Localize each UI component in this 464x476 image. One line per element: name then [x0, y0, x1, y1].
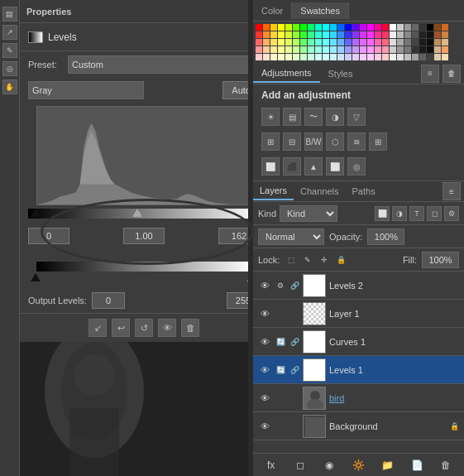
swatch-cell[interactable] [278, 46, 285, 53]
swatch-cell[interactable] [330, 39, 337, 46]
swatch-cell[interactable] [375, 39, 381, 46]
exposure-icon[interactable]: ◑ [326, 108, 344, 126]
swatch-cell[interactable] [308, 39, 314, 46]
invert-icon[interactable]: ⬜ [261, 157, 280, 175]
swatch-cell[interactable] [390, 31, 396, 38]
layer-effects-button[interactable]: fx [263, 457, 280, 474]
swatch-cell[interactable] [404, 24, 411, 31]
swatch-cell[interactable] [345, 54, 352, 60]
filter-smart[interactable]: ⚙ [444, 206, 459, 221]
swatch-cell[interactable] [256, 31, 262, 38]
curves-icon-btn[interactable]: 〜 [304, 108, 323, 126]
swatch-cell[interactable] [375, 54, 381, 60]
swatch-cell[interactable] [360, 54, 366, 60]
levels-icon-btn[interactable]: ▤ [283, 108, 301, 126]
posterize-icon[interactable]: ⬛ [283, 157, 301, 175]
layer-row[interactable]: 👁 Layer 1 [253, 300, 464, 328]
gradient-map-icon[interactable]: ⬜ [326, 157, 344, 175]
swatch-cell[interactable] [367, 54, 374, 60]
opacity-input[interactable]: 100% [367, 228, 404, 245]
swatch-cell[interactable] [270, 31, 277, 38]
swatch-cell[interactable] [315, 24, 322, 31]
swatch-cell[interactable] [390, 54, 396, 60]
swatch-cell[interactable] [300, 39, 307, 46]
swatch-cell[interactable] [434, 31, 441, 38]
output-black-slider[interactable] [31, 273, 41, 281]
swatch-cell[interactable] [427, 24, 433, 31]
swatch-cell[interactable] [442, 24, 448, 31]
tool-hand[interactable]: ✋ [2, 79, 17, 94]
lock-all[interactable]: 🔒 [334, 253, 347, 267]
swatch-cell[interactable] [352, 54, 359, 60]
swatch-cell[interactable] [427, 54, 433, 60]
swatch-cell[interactable] [330, 24, 337, 31]
swatch-cell[interactable] [293, 39, 299, 46]
layer-row[interactable]: 👁 🔄 🔗 Levels 1 [253, 356, 464, 384]
swatch-cell[interactable] [419, 54, 426, 60]
swatch-cell[interactable] [278, 24, 285, 31]
swatch-cell[interactable] [397, 31, 404, 38]
swatch-cell[interactable] [293, 24, 299, 31]
swatch-cell[interactable] [397, 24, 404, 31]
layer-adjustment-button[interactable]: 🔆 [350, 457, 366, 474]
swatch-cell[interactable] [337, 39, 344, 46]
swatch-cell[interactable] [337, 54, 344, 60]
swatch-cell[interactable] [337, 31, 344, 38]
swatch-cell[interactable] [263, 24, 270, 31]
swatch-cell[interactable] [434, 46, 441, 53]
swatch-cell[interactable] [263, 31, 270, 38]
swatch-cell[interactable] [442, 31, 448, 38]
tool-brush[interactable]: ✎ [2, 43, 17, 58]
mid-level-input[interactable]: 1.00 [123, 228, 165, 244]
adjustments-menu[interactable]: ≡ [421, 65, 439, 83]
layer-name-link[interactable]: bird [329, 393, 459, 403]
swatch-cell[interactable] [337, 24, 344, 31]
clip-button[interactable]: ↙ [88, 319, 107, 337]
fill-input[interactable]: 100% [422, 252, 459, 268]
swatch-cell[interactable] [323, 39, 329, 46]
swatch-cell[interactable] [360, 24, 366, 31]
swatch-cell[interactable] [345, 24, 352, 31]
swatch-cell[interactable] [404, 39, 411, 46]
swatch-cell[interactable] [404, 31, 411, 38]
swatch-cell[interactable] [278, 39, 285, 46]
swatch-cell[interactable] [308, 54, 314, 60]
swatch-cell[interactable] [345, 46, 352, 53]
swatch-cell[interactable] [434, 54, 441, 60]
swatch-cell[interactable] [285, 54, 292, 60]
photo-filter-icon[interactable]: ⬡ [326, 132, 344, 151]
swatch-cell[interactable] [345, 31, 352, 38]
swatch-cell[interactable] [256, 24, 262, 31]
lock-paint[interactable]: ✎ [301, 253, 314, 267]
swatch-cell[interactable] [278, 31, 285, 38]
swatch-cell[interactable] [382, 54, 389, 60]
swatch-cell[interactable] [323, 46, 329, 53]
swatch-cell[interactable] [285, 24, 292, 31]
swatch-cell[interactable] [442, 46, 448, 53]
swatch-cell[interactable] [293, 31, 299, 38]
swatch-cell[interactable] [270, 46, 277, 53]
swatch-cell[interactable] [315, 46, 322, 53]
layer-visibility-toggle[interactable]: 👁 [258, 279, 271, 292]
swatch-cell[interactable] [397, 46, 404, 53]
filter-type[interactable]: T [409, 206, 424, 221]
layer-visibility-toggle[interactable]: 👁 [258, 335, 271, 349]
swatch-cell[interactable] [412, 39, 419, 46]
swatch-cell[interactable] [397, 54, 404, 60]
swatch-cell[interactable] [300, 54, 307, 60]
swatch-cell[interactable] [293, 46, 299, 53]
swatch-cell[interactable] [270, 24, 277, 31]
swatch-cell[interactable] [419, 24, 426, 31]
swatch-cell[interactable] [367, 24, 374, 31]
swatch-cell[interactable] [375, 24, 381, 31]
swatch-cell[interactable] [427, 46, 433, 53]
layer-delete-button[interactable]: 🗑 [438, 457, 454, 474]
swatch-cell[interactable] [330, 46, 337, 53]
swatch-cell[interactable] [419, 31, 426, 38]
filter-shape[interactable]: ◻ [427, 206, 442, 221]
tab-styles[interactable]: Styles [320, 65, 361, 82]
swatch-cell[interactable] [285, 46, 292, 53]
swatch-cell[interactable] [256, 54, 262, 60]
swatch-cell[interactable] [382, 46, 389, 53]
black-level-input[interactable]: 0 [28, 228, 69, 244]
